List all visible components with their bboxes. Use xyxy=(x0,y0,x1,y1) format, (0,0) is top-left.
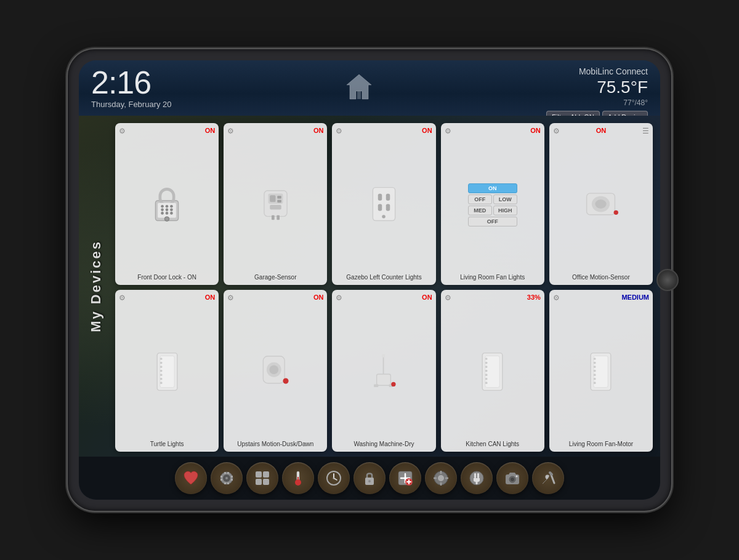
svg-rect-102 xyxy=(440,471,442,474)
status-9: 33% xyxy=(527,294,541,301)
fan-btn-high[interactable]: HIGH xyxy=(493,206,517,215)
gear-icon-2[interactable]: ⚙ xyxy=(227,127,234,135)
main-content: My Devices ⚙ ON xyxy=(79,116,660,457)
toolbar-favorites[interactable] xyxy=(175,462,207,494)
card-header-8: ⚙ ON xyxy=(336,294,432,302)
device-image-5 xyxy=(553,137,649,273)
svg-rect-83 xyxy=(256,479,262,485)
gear-icon-6[interactable]: ⚙ xyxy=(119,294,126,302)
gear-icon-3[interactable]: ⚙ xyxy=(336,127,342,135)
device-image-1 xyxy=(119,137,215,273)
toolbar-add[interactable] xyxy=(389,462,421,494)
plug-icon xyxy=(468,470,485,487)
motion-image xyxy=(581,188,621,222)
svg-point-72 xyxy=(225,477,228,479)
gear-icon-5[interactable]: ⚙ xyxy=(553,127,560,135)
gear-icon-8[interactable]: ⚙ xyxy=(336,294,342,302)
status-1: ON xyxy=(205,127,216,134)
svg-line-115 xyxy=(550,473,552,474)
switch-image-3 xyxy=(587,350,615,393)
card-header-9: ⚙ 33% xyxy=(445,294,541,302)
toolbar-camera[interactable] xyxy=(496,462,528,494)
gear-icon-1[interactable]: ⚙ xyxy=(119,127,126,135)
status-6: ON xyxy=(205,294,216,301)
svg-rect-1 xyxy=(357,91,361,99)
gear-icon-9[interactable]: ⚙ xyxy=(445,294,451,302)
card-header-3: ⚙ ON xyxy=(336,127,432,135)
toolbar-settings[interactable] xyxy=(425,462,457,494)
svg-point-112 xyxy=(511,478,514,481)
status-7: ON xyxy=(313,294,324,301)
svg-point-57 xyxy=(485,369,488,372)
status-2: ON xyxy=(313,127,324,134)
device-card-upstairs-motion[interactable]: ⚙ ON Upstairs Motion xyxy=(224,290,327,452)
fan-btn-off2[interactable]: OFF xyxy=(468,217,517,226)
device-card-front-door-lock[interactable]: ⚙ ON xyxy=(115,123,219,285)
device-name-6: Turtle Lights xyxy=(150,441,184,448)
card-header-6: ⚙ ON xyxy=(119,294,215,302)
svg-point-37 xyxy=(160,366,162,368)
svg-point-45 xyxy=(283,378,288,384)
svg-rect-82 xyxy=(263,471,269,478)
gear-icon-7[interactable]: ⚙ xyxy=(227,294,234,302)
svg-point-66 xyxy=(594,369,596,372)
toolbar-thermostat[interactable] xyxy=(282,462,314,494)
fan-btn-off[interactable]: OFF xyxy=(468,194,492,204)
fan-btn-on[interactable]: ON xyxy=(468,183,517,193)
device-card-office-motion[interactable]: ⚙ ON ☰ xyxy=(549,123,653,285)
device-card-living-room-fan[interactable]: ⚙ ON ON OFF LOW MED HIGH OFF xyxy=(441,123,544,285)
app-name: MobiLinc Connect xyxy=(579,66,648,76)
svg-rect-27 xyxy=(386,204,390,211)
home-icon[interactable] xyxy=(344,71,374,102)
device-card-garage-sensor[interactable]: ⚙ ON xyxy=(224,123,327,285)
status-8: ON xyxy=(422,294,432,301)
device-card-gazebo-lights[interactable]: ⚙ ON xyxy=(332,123,435,285)
device-name-1: Front Door Lock - ON xyxy=(137,274,196,281)
svg-point-7 xyxy=(170,205,173,208)
clock-icon xyxy=(325,470,342,487)
device-image-4: ON OFF LOW MED HIGH OFF xyxy=(445,137,541,273)
toolbar-plug[interactable] xyxy=(461,462,493,494)
home-button[interactable] xyxy=(656,269,679,291)
svg-point-32 xyxy=(614,210,618,215)
toolbar-clock[interactable] xyxy=(318,462,350,494)
svg-rect-74 xyxy=(220,479,222,481)
svg-rect-17 xyxy=(270,195,275,202)
fan-btn-low[interactable]: LOW xyxy=(493,194,517,204)
svg-point-31 xyxy=(596,199,607,209)
svg-point-44 xyxy=(269,365,278,374)
svg-point-60 xyxy=(485,382,488,384)
toolbar-lock[interactable] xyxy=(353,462,386,494)
svg-rect-26 xyxy=(378,204,382,211)
heart-icon xyxy=(182,470,200,487)
gear-icon-4[interactable]: ⚙ xyxy=(445,127,451,135)
svg-point-101 xyxy=(438,475,444,481)
svg-point-36 xyxy=(160,361,162,364)
card-header-7: ⚙ ON xyxy=(227,294,323,302)
device-card-washing-machine[interactable]: ⚙ ON xyxy=(332,290,435,452)
info-icon-5[interactable]: ☰ xyxy=(642,127,649,135)
header-left: 2:16 Thursday, February 20 xyxy=(91,66,172,109)
toolbar-scenes[interactable] xyxy=(211,462,243,494)
svg-rect-76 xyxy=(231,479,233,481)
device-card-fan-motor[interactable]: ⚙ MEDIUM xyxy=(549,290,653,452)
svg-rect-87 xyxy=(297,477,299,482)
device-image-9 xyxy=(445,303,541,439)
switch-image-2 xyxy=(479,350,506,393)
svg-rect-49 xyxy=(374,384,379,387)
svg-point-54 xyxy=(485,358,488,360)
svg-rect-107 xyxy=(474,473,476,478)
svg-point-91 xyxy=(333,478,335,479)
device-card-kitchen-can[interactable]: ⚙ 33% xyxy=(441,290,544,452)
fan-btn-med[interactable]: MED xyxy=(468,206,492,215)
device-name-10: Living Room Fan-Motor xyxy=(569,441,633,448)
svg-rect-77 xyxy=(224,472,226,474)
svg-point-58 xyxy=(485,374,488,376)
svg-rect-104 xyxy=(434,478,437,479)
toolbar-tools[interactable] xyxy=(532,462,564,494)
svg-rect-75 xyxy=(231,476,233,478)
device-image-3 xyxy=(336,137,432,273)
toolbar-all-devices[interactable] xyxy=(246,462,278,494)
gear-icon-10[interactable]: ⚙ xyxy=(553,294,560,302)
device-card-turtle-lights[interactable]: ⚙ ON xyxy=(115,290,219,452)
